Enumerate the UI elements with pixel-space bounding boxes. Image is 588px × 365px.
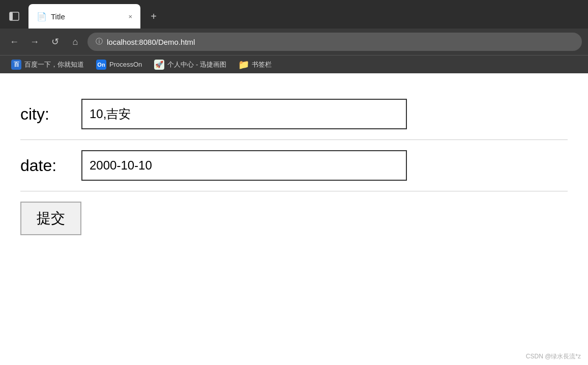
city-input[interactable] xyxy=(81,99,407,129)
back-button[interactable]: ← xyxy=(6,34,22,50)
bookmark-processon-label: ProcessOn xyxy=(109,61,142,68)
new-tab-button[interactable]: + xyxy=(142,4,165,29)
watermark: CSDN @绿水長流*z xyxy=(526,352,581,361)
address-bar[interactable]: ⓘ localhost:8080/Demo.html xyxy=(87,33,582,51)
bookmarks-bar: 百 百度一下，你就知道 On ProcessOn 🚀 个人中心 - 迅捷画图 📁… xyxy=(0,55,588,73)
bookmark-folder-label: 书签栏 xyxy=(252,60,272,69)
tab-page-icon: 📄 xyxy=(37,12,47,21)
address-info-icon: ⓘ xyxy=(96,37,103,46)
divider-2 xyxy=(20,191,568,191)
folder-icon: 📁 xyxy=(239,60,249,70)
tab-title: Title xyxy=(51,12,124,21)
tab-bar: 📄 Title × + xyxy=(0,0,588,29)
date-input[interactable] xyxy=(81,150,407,181)
processon-icon: On xyxy=(96,60,106,70)
browser-tab-active[interactable]: 📄 Title × xyxy=(28,4,140,29)
forward-button[interactable]: → xyxy=(26,34,43,50)
jitu-icon: 🚀 xyxy=(154,60,164,70)
submit-button[interactable]: 提交 xyxy=(20,202,81,235)
svg-rect-1 xyxy=(10,12,13,20)
browser-chrome: 📄 Title × + ← → ↺ ⌂ ⓘ localhost:8080/Dem… xyxy=(0,0,588,73)
sidebar-toggle-button[interactable] xyxy=(0,4,28,29)
tab-close-button[interactable]: × xyxy=(128,13,132,20)
address-url: localhost:8080/Demo.html xyxy=(107,38,195,46)
refresh-button[interactable]: ↺ xyxy=(47,34,63,50)
home-button[interactable]: ⌂ xyxy=(67,34,83,50)
address-bar-row: ← → ↺ ⌂ ⓘ localhost:8080/Demo.html xyxy=(0,29,588,55)
content-area: city: date: 提交 CSDN @绿水長流*z xyxy=(0,73,588,365)
bookmark-jitu-label: 个人中心 - 迅捷画图 xyxy=(167,60,226,69)
bookmark-baidu-label: 百度一下，你就知道 xyxy=(24,60,84,69)
date-row: date: xyxy=(20,140,568,191)
bookmark-processon[interactable]: On ProcessOn xyxy=(91,58,147,71)
bookmark-baidu[interactable]: 百 百度一下，你就知道 xyxy=(6,58,89,71)
city-row: city: xyxy=(20,89,568,139)
date-label: date: xyxy=(20,156,76,175)
bookmark-folder[interactable]: 📁 书签栏 xyxy=(233,58,277,71)
city-label: city: xyxy=(20,105,76,124)
baidu-icon: 百 xyxy=(11,60,21,70)
bookmark-jitu[interactable]: 🚀 个人中心 - 迅捷画图 xyxy=(149,58,231,71)
